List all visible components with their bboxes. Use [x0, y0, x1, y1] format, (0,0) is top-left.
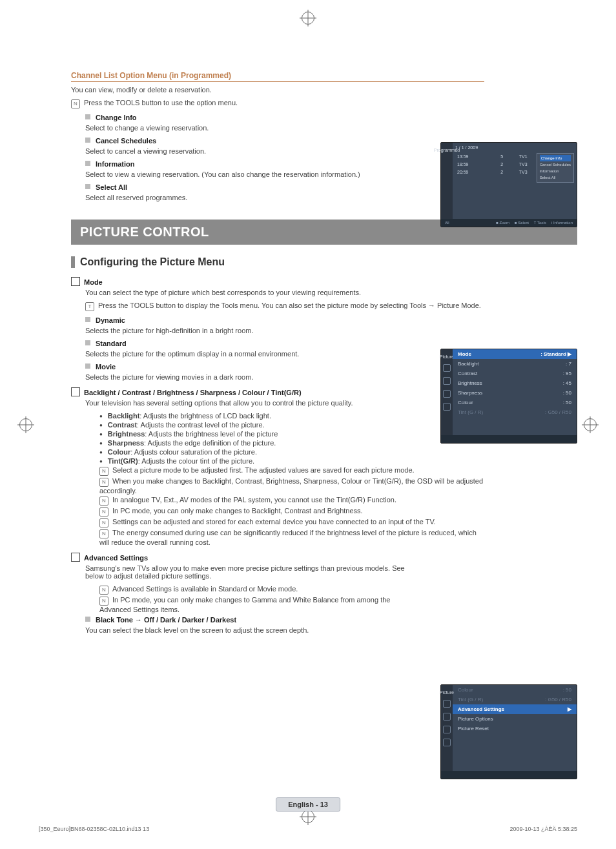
register-mark-right: [584, 418, 597, 431]
adjust-intro: Your television has several setting opti…: [85, 399, 484, 407]
option-item-desc: Select to cancel a viewing reservation.: [85, 147, 484, 155]
osd-sidebar: Picture: [441, 685, 453, 771]
register-mark-top: [302, 12, 314, 25]
note-line: NSelect a picture mode to be adjusted fi…: [99, 466, 484, 476]
osd-footer: All ■ Zoom ■ Select T Tools i Informatio…: [441, 219, 577, 227]
advanced-title: Advanced Settings: [84, 554, 148, 562]
osd-foot-left: All: [445, 221, 449, 225]
sidebar-icon: [443, 377, 451, 385]
mode-desc: You can select the type of picture which…: [85, 289, 484, 296]
osd-menu-row: Picture Reset: [453, 724, 577, 733]
osd-menu-row: Tint (G / R): G50 / R50: [453, 407, 577, 417]
square-bullet-icon: [85, 317, 90, 322]
osd-menu-row: Brightness: 45: [453, 378, 577, 388]
note-icon: N: [99, 478, 108, 487]
picture-mode-desc: Selects the picture for viewing movies i…: [85, 373, 484, 381]
note-icon: N: [99, 586, 108, 595]
osd-footer: [441, 771, 577, 779]
blacktone-desc: You can select the black level on the sc…: [85, 626, 484, 634]
osd-foot-item: ■ Zoom: [496, 221, 509, 225]
square-bullet-icon: [85, 138, 90, 143]
option-item-desc: Select all reserved programmes.: [85, 194, 484, 201]
osd-side-label: Picture: [440, 690, 454, 695]
popup-item: Cancel Schedules: [540, 163, 571, 167]
note-icon: N: [99, 518, 108, 527]
picture-mode-desc: Selects the picture for high-definition …: [85, 327, 484, 334]
osd-programmed: Programmed 1 / 1 / 2009 13:595TV1⊘18:592…: [440, 142, 577, 227]
square-bullet-icon: [85, 184, 90, 189]
sidebar-icon: [443, 739, 451, 746]
osd-foot-item: i Information: [551, 221, 573, 225]
option-item-desc: Select to change a viewing reservation.: [85, 124, 484, 132]
option-item-title: Select All: [96, 183, 127, 191]
note-line: NThe energy consumed during use can be s…: [99, 529, 484, 546]
popup-item: Change Info: [540, 155, 571, 161]
note-line: NIn PC mode, you can only make changes t…: [99, 507, 484, 517]
q-mark-icon: [71, 277, 80, 286]
advanced-intro: Samsung's new TVs allow you to make even…: [85, 564, 408, 580]
mode-title: Mode: [84, 278, 103, 286]
osd-picture-menu: Picture Mode: Standard ▶Backlight: 7Cont…: [440, 349, 577, 444]
sidebar-icon: [443, 713, 451, 721]
osd-menu-row: Mode: Standard ▶: [453, 349, 577, 359]
blacktone-title: Black Tone → Off / Dark / Darker / Darke…: [96, 616, 236, 624]
note-line: NWhen you make changes to Backlight, Con…: [99, 477, 484, 495]
adjust-bullet: Tint(G/R): Adjusts the colour tint of th…: [99, 457, 484, 465]
adjust-bullet: Brightness: Adjusts the brightness level…: [99, 430, 484, 438]
adjust-bullet: Contrast: Adjusts the contrast level of …: [99, 421, 484, 429]
q-mark-icon: [71, 553, 80, 562]
note-line: NAdvanced Settings is available in Stand…: [99, 585, 394, 595]
print-footer-left: [350_Eeuro]BN68-02358C-02L10.ind13 13: [39, 826, 149, 832]
popup-item: Select All: [540, 176, 556, 179]
sidebar-icon: [443, 726, 451, 733]
square-bullet-icon: [85, 363, 90, 369]
sidebar-icon: [443, 700, 451, 708]
popup-item: Information: [540, 169, 559, 173]
tools-icon: T: [85, 302, 94, 311]
osd-foot-item: T Tools: [534, 221, 546, 225]
osd-menu-row: Sharpness: 50: [453, 388, 577, 398]
note-icon: N: [99, 507, 108, 517]
osd-context-popup: Change Info Cancel Schedules Information…: [537, 153, 574, 183]
mode-tools-note: Press the TOOLS button to display the To…: [98, 302, 481, 309]
print-footer: [350_Eeuro]BN68-02358C-02L10.ind13 13 20…: [39, 826, 577, 832]
osd-menu-row: Picture Options: [453, 714, 577, 724]
note-line: NIn PC mode, you can only make changes t…: [99, 596, 394, 613]
osd-side-label: Picture: [440, 354, 454, 359]
note-icon: N: [99, 467, 108, 476]
note-icon: N: [71, 99, 80, 108]
note-icon: N: [99, 597, 108, 606]
osd-menu-row: Colour: 50: [453, 685, 577, 695]
osd-sidebar: Programmed: [441, 143, 453, 219]
osd-advanced-settings: Picture Colour: 50Tint (G / R): G50 / R5…: [440, 684, 577, 779]
square-bullet-icon: [85, 161, 90, 166]
option-item-desc: Select to view a viewing reservation. (Y…: [85, 170, 484, 178]
osd-menu-row: Contrast: 95: [453, 369, 577, 378]
picture-mode-option: Movie: [96, 363, 116, 371]
adjust-bullet: Backlight: Adjusts the brightness of LCD…: [99, 412, 484, 420]
register-mark-bottom: [302, 810, 314, 823]
adjust-bullet: Sharpness: Adjusts the edge definition o…: [99, 439, 484, 447]
adjust-title: Backlight / Contrast / Brightness / Shar…: [84, 389, 302, 396]
section-heading-option-menu: Channel List Option Menu (in Programmed): [71, 71, 484, 82]
osd-menu-row: Advanced Settings ▶: [453, 704, 577, 714]
osd-foot-item: ■ Select: [515, 221, 529, 225]
q-mark-icon: [71, 387, 80, 396]
note-line: NSettings can be adjusted and stored for…: [99, 518, 484, 527]
square-bullet-icon: [85, 340, 90, 345]
option-item-title: Change Info: [96, 114, 137, 121]
osd-sidebar: Picture: [441, 349, 453, 435]
note-icon: N: [99, 496, 108, 506]
page-language-badge: English - 13: [276, 797, 340, 812]
osd-footer: [441, 435, 577, 443]
picture-mode-option: Dynamic: [96, 316, 125, 324]
subheading-configuring: Configuring the Picture Menu: [71, 256, 577, 268]
square-bullet-icon: [85, 617, 90, 622]
sidebar-icon: [443, 403, 451, 411]
intro-text: You can view, modify or delete a reserva…: [71, 86, 484, 94]
note-line: NIn analogue TV, Ext., AV modes of the P…: [99, 496, 484, 506]
adjust-bullet: Colour: Adjusts colour saturation of the…: [99, 448, 484, 456]
osd-menu-row: Colour: 50: [453, 398, 577, 407]
sidebar-icon: [443, 364, 451, 372]
picture-mode-option: Standard: [96, 340, 127, 347]
